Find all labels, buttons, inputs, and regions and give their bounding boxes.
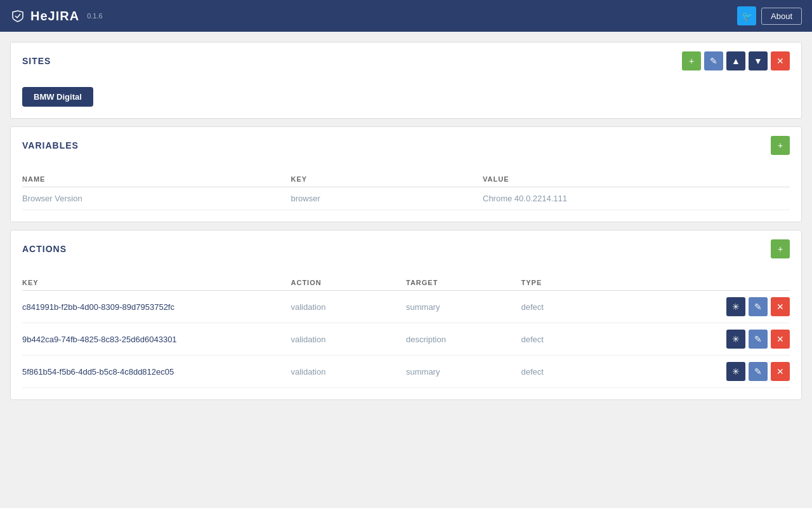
sites-title: SITES	[22, 56, 51, 66]
action-row-buttons: ✳ ✎ ✕	[636, 323, 790, 356]
app-title: HeJIRA	[30, 9, 79, 23]
actions-panel-header: ACTIONS +	[11, 231, 801, 267]
navbar-right: 🐦 About	[737, 6, 802, 25]
about-button[interactable]: About	[761, 8, 802, 25]
close-icon: ✕	[776, 302, 784, 312]
actions-col-action: ACTION	[291, 275, 407, 291]
variables-col-value: VALUE	[483, 171, 790, 187]
actions-col-target: TARGET	[406, 275, 521, 291]
pencil-icon: ✎	[710, 56, 717, 66]
site-tag-bmw[interactable]: BMW Digital	[22, 87, 93, 107]
asterisk-icon: ✳	[732, 302, 740, 312]
asterisk-icon: ✳	[732, 334, 740, 344]
variables-panel-header: VARIABLES +	[11, 127, 801, 164]
sites-download-button[interactable]: ▼	[749, 51, 768, 70]
action-inspect-button[interactable]: ✳	[726, 362, 745, 381]
action-row-buttons: ✳ ✎ ✕	[636, 356, 790, 388]
asterisk-icon: ✳	[732, 366, 740, 377]
actions-col-type: TYPE	[521, 275, 637, 291]
pencil-icon: ✎	[754, 334, 762, 344]
variables-table: NAME KEY VALUE Browser Version browser C…	[22, 171, 790, 210]
table-row: 9b442ca9-74fb-4825-8c83-25d6d6043301 val…	[22, 323, 790, 356]
action-delete-button[interactable]: ✕	[771, 330, 790, 349]
main-content: SITES + ✎ ▲ ▼ ✕ BMW Digital	[0, 32, 812, 410]
actions-col-actions	[636, 275, 790, 291]
var-key: browser	[291, 187, 483, 210]
action-edit-button[interactable]: ✎	[749, 297, 768, 316]
action-key: 5f861b54-f5b6-4dd5-b5c8-4c8dd812ec05	[22, 356, 291, 388]
action-inspect-button[interactable]: ✳	[726, 297, 745, 316]
action-target: description	[406, 323, 521, 356]
sites-toolbar: + ✎ ▲ ▼ ✕	[682, 51, 790, 70]
pencil-icon: ✎	[754, 302, 762, 312]
actions-table: KEY ACTION TARGET TYPE c841991b-f2bb-4d0…	[22, 275, 790, 388]
twitter-button[interactable]: 🐦	[737, 6, 756, 25]
actions-toolbar: +	[771, 239, 790, 258]
logo-icon	[10, 8, 25, 23]
action-action: validation	[291, 323, 407, 356]
actions-table-header: KEY ACTION TARGET TYPE	[22, 275, 790, 291]
variables-panel-body: NAME KEY VALUE Browser Version browser C…	[11, 164, 801, 222]
action-action: validation	[291, 356, 407, 388]
sites-panel-body: BMW Digital	[11, 79, 801, 118]
close-icon: ✕	[776, 366, 784, 377]
sites-panel-header: SITES + ✎ ▲ ▼ ✕	[11, 43, 801, 79]
action-action: validation	[291, 291, 407, 323]
navbar: HeJIRA 0.1.6 🐦 About	[0, 0, 812, 32]
sites-edit-button[interactable]: ✎	[704, 51, 723, 70]
sites-delete-button[interactable]: ✕	[771, 51, 790, 70]
download-icon: ▼	[754, 56, 763, 66]
variables-col-name: NAME	[22, 171, 291, 187]
action-edit-button[interactable]: ✎	[749, 362, 768, 381]
variables-title: VARIABLES	[22, 140, 79, 150]
actions-col-key: KEY	[22, 275, 291, 291]
action-key: 9b442ca9-74fb-4825-8c83-25d6d6043301	[22, 323, 291, 356]
twitter-icon: 🐦	[742, 11, 752, 21]
variables-add-button[interactable]: +	[771, 136, 790, 155]
action-type: defect	[521, 291, 637, 323]
close-icon: ✕	[776, 334, 784, 344]
sites-panel: SITES + ✎ ▲ ▼ ✕ BMW Digital	[10, 42, 802, 119]
upload-icon: ▲	[731, 56, 740, 66]
action-target: summary	[406, 291, 521, 323]
action-delete-button[interactable]: ✕	[771, 362, 790, 381]
action-inspect-button[interactable]: ✳	[726, 330, 745, 349]
actions-panel-body: KEY ACTION TARGET TYPE c841991b-f2bb-4d0…	[11, 267, 801, 399]
variables-col-key: KEY	[291, 171, 483, 187]
sites-upload-button[interactable]: ▲	[726, 51, 745, 70]
actions-add-button[interactable]: +	[771, 239, 790, 258]
action-key: c841991b-f2bb-4d00-8309-89d7953752fc	[22, 291, 291, 323]
action-row-buttons: ✳ ✎ ✕	[636, 291, 790, 323]
variables-panel: VARIABLES + NAME KEY VALUE Browser Versi…	[10, 126, 802, 222]
close-icon: ✕	[776, 56, 784, 66]
pencil-icon: ✎	[754, 366, 762, 377]
variables-toolbar: +	[771, 136, 790, 155]
action-edit-button[interactable]: ✎	[749, 330, 768, 349]
table-row: Browser Version browser Chrome 40.0.2214…	[22, 187, 790, 210]
app-version: 0.1.6	[87, 12, 102, 20]
action-delete-button[interactable]: ✕	[771, 297, 790, 316]
variables-table-header: NAME KEY VALUE	[22, 171, 790, 187]
table-row: c841991b-f2bb-4d00-8309-89d7953752fc val…	[22, 291, 790, 323]
table-row: 5f861b54-f5b6-4dd5-b5c8-4c8dd812ec05 val…	[22, 356, 790, 388]
var-value: Chrome 40.0.2214.111	[483, 187, 790, 210]
action-type: defect	[521, 323, 637, 356]
action-target: summary	[406, 356, 521, 388]
sites-add-button[interactable]: +	[682, 51, 701, 70]
var-name: Browser Version	[22, 187, 291, 210]
actions-title: ACTIONS	[22, 244, 67, 254]
actions-panel: ACTIONS + KEY ACTION TARGET TYPE c84	[10, 230, 802, 400]
brand: HeJIRA 0.1.6	[10, 8, 103, 23]
action-type: defect	[521, 356, 637, 388]
